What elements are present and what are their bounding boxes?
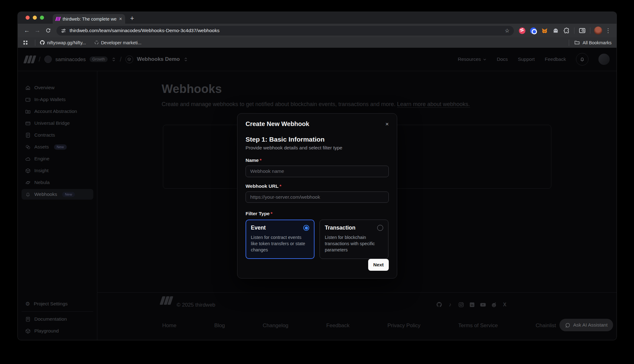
bookmarks-divider bbox=[35, 40, 35, 46]
footer-link-feedback[interactable]: Feedback bbox=[326, 323, 350, 329]
breadcrumb: / saminacodes Growth / Webhooks Demo bbox=[25, 56, 188, 63]
sidebar-item-playground[interactable]: Playground bbox=[22, 326, 93, 336]
zoom-window-button[interactable] bbox=[40, 16, 44, 20]
notifications-button[interactable] bbox=[576, 53, 588, 66]
webhook-url-input[interactable] bbox=[246, 192, 389, 203]
team-switcher-icon[interactable] bbox=[111, 57, 116, 62]
footer-link-chainlist[interactable]: Chainlist bbox=[536, 323, 556, 329]
reload-button[interactable] bbox=[43, 27, 53, 34]
x-icon[interactable]: X bbox=[501, 301, 508, 308]
github-icon[interactable] bbox=[436, 301, 442, 308]
filter-option-event[interactable]: Event Listen for contract events like to… bbox=[246, 220, 315, 259]
forward-button[interactable]: → bbox=[32, 27, 43, 34]
bookmark-item-niftyswap[interactable]: niftyswap.gg/Nifty... bbox=[40, 40, 86, 45]
sidebar-item-account-abstraction[interactable]: Account Abstraction bbox=[22, 106, 93, 117]
nav-feedback[interactable]: Feedback bbox=[545, 56, 566, 62]
close-window-button[interactable] bbox=[26, 16, 30, 20]
bookmarks-bar: niftyswap.gg/Nifty... Developer marketi.… bbox=[18, 37, 617, 48]
card-icon bbox=[25, 121, 31, 126]
sidebar-item-engine[interactable]: Engine bbox=[22, 153, 93, 164]
chevron-down-icon bbox=[483, 57, 487, 61]
nav-docs[interactable]: Docs bbox=[497, 56, 508, 62]
breadcrumb-separator-2: / bbox=[120, 56, 122, 63]
filter-option-transaction[interactable]: Transaction Listen for blockchain transa… bbox=[319, 220, 388, 259]
sidebar-item-webhooks[interactable]: Webhooks New bbox=[22, 189, 93, 200]
traffic-lights bbox=[26, 16, 44, 20]
footer-social-icons: ♪ in X bbox=[436, 301, 508, 308]
user-avatar[interactable] bbox=[598, 54, 610, 65]
coinbase-extension-icon[interactable] bbox=[530, 27, 537, 34]
ask-ai-assistant-button[interactable]: Ask AI Assistant bbox=[559, 319, 613, 331]
phantom-extension-icon[interactable] bbox=[553, 27, 559, 34]
breadcrumb-separator: / bbox=[39, 56, 41, 63]
project-switcher-icon[interactable] bbox=[183, 57, 188, 62]
svg-text:in: in bbox=[471, 303, 473, 306]
step-title: Step 1: Basic Information bbox=[246, 136, 389, 143]
sidebar-item-universal-bridge[interactable]: Universal Bridge bbox=[22, 118, 93, 129]
home-icon bbox=[25, 85, 31, 90]
apps-grid-icon[interactable] bbox=[23, 40, 28, 45]
toolbar-divider bbox=[574, 27, 574, 34]
back-button[interactable]: ← bbox=[22, 27, 32, 34]
youtube-icon[interactable] bbox=[480, 301, 486, 308]
sidebar-item-contracts[interactable]: Contracts bbox=[22, 130, 93, 140]
sidebar-item-documentation[interactable]: Documentation bbox=[22, 314, 93, 324]
browser-tab[interactable]: thirdweb: The complete web3 × bbox=[53, 14, 125, 24]
footer-link-home[interactable]: Home bbox=[162, 323, 176, 329]
thirdweb-logo-icon[interactable] bbox=[23, 56, 36, 63]
sidebar-item-insight[interactable]: Insight bbox=[22, 165, 93, 176]
site-controls-icon[interactable] bbox=[61, 28, 66, 33]
footer-link-privacy-policy[interactable]: Privacy Policy bbox=[388, 323, 421, 329]
nav-support[interactable]: Support bbox=[518, 56, 535, 62]
sidebar-item-project-settings[interactable]: ⚙ Project Settings bbox=[22, 298, 93, 309]
sidebar-item-nebula[interactable]: Nebula bbox=[22, 177, 93, 188]
tab-strip: thirdweb: The complete web3 × + bbox=[18, 12, 617, 24]
learn-more-link[interactable]: Learn more about webhooks. bbox=[397, 101, 470, 108]
sidebar-item-in-app-wallets[interactable]: In-App Wallets bbox=[22, 94, 93, 105]
url-bar[interactable]: thirdweb.com/team/saminacodes/Webhooks-D… bbox=[56, 26, 514, 36]
required-marker: * bbox=[280, 183, 281, 189]
next-button[interactable]: Next bbox=[368, 259, 389, 271]
sidebar-item-assets[interactable]: Assets New bbox=[22, 142, 93, 152]
bookmark-item-developer[interactable]: Developer marketi... bbox=[94, 40, 142, 45]
folder-icon bbox=[574, 40, 580, 45]
sidebar: Overview In-App Wallets Account Abstract… bbox=[18, 71, 97, 340]
team-name[interactable]: saminacodes bbox=[56, 56, 86, 62]
footer-copyright: © 2025 thirdweb bbox=[177, 302, 215, 308]
metamask-extension-icon[interactable] bbox=[541, 27, 548, 34]
tab-search-panel-icon[interactable] bbox=[579, 27, 586, 34]
bell-icon bbox=[580, 57, 585, 62]
browser-menu-icon[interactable]: ⋮ bbox=[605, 27, 611, 34]
planet-icon bbox=[25, 180, 31, 185]
close-icon[interactable]: × bbox=[385, 121, 389, 127]
new-tab-button[interactable]: + bbox=[130, 14, 134, 22]
tiktok-icon[interactable]: ♪ bbox=[447, 301, 453, 308]
linkedin-icon[interactable]: in bbox=[469, 301, 475, 308]
minimize-window-button[interactable] bbox=[33, 16, 37, 20]
webhook-name-input[interactable] bbox=[246, 166, 389, 177]
folder-user-icon bbox=[25, 109, 31, 114]
bookmark-star-icon[interactable]: ☆ bbox=[505, 27, 510, 34]
tab-close-icon[interactable]: × bbox=[119, 16, 122, 22]
filter-option-description: Listen for contract events like token tr… bbox=[251, 234, 309, 253]
radio-selected-icon[interactable] bbox=[303, 225, 309, 231]
all-bookmarks-button[interactable]: All Bookmarks bbox=[583, 40, 612, 45]
instagram-icon[interactable] bbox=[458, 301, 464, 308]
name-label: Name* bbox=[246, 158, 389, 163]
radio-unselected-icon[interactable] bbox=[377, 225, 383, 231]
footer-link-terms-of-service[interactable]: Terms of Service bbox=[458, 323, 498, 329]
browser-profile-avatar[interactable] bbox=[594, 27, 602, 35]
reddit-icon[interactable] bbox=[490, 301, 497, 308]
sidebar-item-overview[interactable]: Overview bbox=[22, 82, 93, 93]
footer-link-changelog[interactable]: Changelog bbox=[263, 323, 288, 329]
url-text[interactable]: thirdweb.com/team/saminacodes/Webhooks-D… bbox=[70, 28, 501, 33]
nav-resources[interactable]: Resources bbox=[458, 56, 487, 62]
plan-badge: Growth bbox=[90, 56, 108, 62]
wallet-extension-icon[interactable] bbox=[519, 27, 525, 34]
extensions-puzzle-icon[interactable] bbox=[563, 27, 570, 34]
box-icon bbox=[25, 168, 31, 173]
footer-link-blog[interactable]: Blog bbox=[214, 323, 225, 329]
browser-toolbar: ← → thirdweb.com/team/saminacodes/Webhoo… bbox=[18, 24, 617, 37]
project-name[interactable]: Webhooks Demo bbox=[137, 56, 180, 62]
team-avatar[interactable] bbox=[44, 56, 52, 63]
